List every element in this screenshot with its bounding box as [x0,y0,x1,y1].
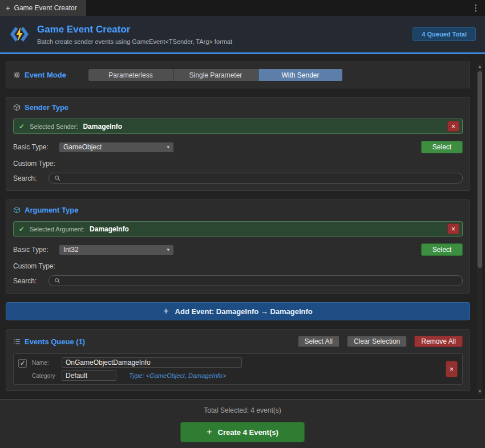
vertical-scrollbar: ▲ ▼ [476,62,484,396]
sender-type-section: Sender Type ✓ Selected Sender: DamageInf… [6,97,470,191]
search-icon [54,278,60,284]
mode-with-sender-button[interactable]: With Sender [258,68,343,82]
sender-basic-type-value: GameObject [63,143,102,151]
argument-custom-type-row: Custom Type: [13,262,463,270]
create-events-label: Create 4 Event(s) [218,428,278,437]
sender-custom-type-row: Custom Type: [13,160,463,168]
chevron-down-icon: ▾ [167,247,169,252]
selected-argument-value: DamageInfo [90,225,129,233]
argument-basic-type-value: Int32 [63,246,79,254]
create-events-button[interactable]: + Create 4 Event(s) [180,422,305,442]
page-title: Game Event Creator [37,24,232,35]
argument-custom-type-label: Custom Type: [13,262,59,270]
selected-argument-label: Selected Argument: [30,226,84,233]
sender-search-label: Search: [13,174,48,182]
mode-parameterless-button[interactable]: Parameterless [88,68,173,82]
event-mode-section: Event Mode Parameterless Single Paramete… [6,62,470,88]
event-type-info: Type: <GameObject, DamageInfo> [129,372,226,379]
sender-search-row: Search: [13,173,463,184]
queue-item-checkbox[interactable]: ✓ [18,359,27,368]
argument-type-title: Argument Type [25,206,78,214]
queue-item-fields: Name: Category Type: <GameObject, Damage… [32,357,440,381]
clear-sender-button[interactable]: × [447,121,459,132]
header: Game Event Creator Batch create sender e… [0,16,485,52]
event-mode-title-row: Event Mode [13,71,66,79]
check-icon: ✓ [19,225,25,233]
tab-plus-icon: + [6,4,10,13]
argument-search-box [48,275,463,286]
name-label: Name: [32,360,57,366]
sender-basic-type-row: Basic Type: GameObject ▾ Select [13,141,463,153]
queue-item: ✓ Name: Category Type: <GameObject, Dama… [13,353,463,385]
event-mode-title: Event Mode [25,71,66,79]
mode-single-parameter-button[interactable]: Single Parameter [173,68,258,82]
footer-bar: Total Selected: 4 event(s) + Create 4 Ev… [0,399,485,448]
queue-item-category-row: Category Type: <GameObject, DamageInfo> [32,370,440,381]
sender-select-button[interactable]: Select [421,141,463,153]
scrollbar-track[interactable] [476,70,483,388]
event-category-input[interactable] [62,370,116,381]
sender-search-input[interactable] [64,174,457,182]
scrollbar-thumb[interactable] [478,71,482,268]
cube-icon [13,206,21,214]
kebab-menu-icon[interactable]: ⋮ [467,0,485,16]
lightning-logo-icon [9,26,30,43]
sender-type-title-row: Sender Type [13,103,463,112]
plus-icon: + [207,427,212,437]
queued-total-badge: 4 Queued Total [413,27,476,41]
events-queue-title-row: Events Queue (1) [13,337,85,346]
chevron-down-icon: ▾ [167,144,169,150]
search-icon [54,175,60,181]
argument-selected-row: ✓ Selected Argument: DamageInfo × [13,221,463,237]
event-name-input[interactable] [62,357,242,368]
argument-search-label: Search: [13,277,48,285]
page-subtitle: Batch create sender events using GameEve… [37,38,232,45]
sender-type-title: Sender Type [25,103,68,112]
argument-type-title-row: Argument Type [13,206,463,214]
total-selected-text: Total Selected: 4 event(s) [0,400,485,414]
add-event-label: Add Event: DamageInfo → DamageInfo [175,307,313,316]
sender-custom-type-label: Custom Type: [13,160,59,168]
argument-select-button[interactable]: Select [421,243,463,256]
scroll-down-icon[interactable]: ▼ [476,388,483,395]
list-icon [13,338,21,345]
selected-sender-value: DamageInfo [83,123,122,131]
add-event-button[interactable]: + Add Event: DamageInfo → DamageInfo [6,302,470,320]
main-content: Event Mode Parameterless Single Paramete… [0,54,485,399]
event-mode-toggle-group: Parameterless Single Parameter With Send… [88,68,343,82]
events-queue-header: Events Queue (1) Select All Clear Select… [13,336,463,347]
remove-all-button[interactable]: Remove All [414,336,463,347]
events-queue-section: Events Queue (1) Select All Clear Select… [6,329,470,391]
plus-icon: + [163,306,168,316]
queue-item-name-row: Name: [32,357,440,368]
argument-search-row: Search: [13,275,463,286]
gear-icon [13,71,21,79]
header-text: Game Event Creator Batch create sender e… [37,24,232,45]
clear-argument-button[interactable]: × [447,223,459,234]
check-icon: ✓ [19,123,25,131]
game-event-creator-window: + Game Event Creator ⋮ Game Event Creato… [0,0,485,448]
events-queue-title: Events Queue (1) [25,337,85,346]
cube-icon [13,104,21,111]
remove-event-button[interactable]: × [446,361,458,377]
sender-basic-type-dropdown[interactable]: GameObject ▾ [59,142,174,153]
sender-selected-row: ✓ Selected Sender: DamageInfo × [13,119,463,134]
clear-selection-button[interactable]: Clear Selection [347,336,407,347]
tab-title: Game Event Creator [14,4,77,12]
select-all-button[interactable]: Select All [298,336,340,347]
argument-basic-type-dropdown[interactable]: Int32 ▾ [59,245,174,255]
tab-bar: + Game Event Creator ⋮ [0,0,485,16]
scroll-up-icon[interactable]: ▲ [476,63,483,70]
sender-search-box [48,173,463,184]
sender-basic-type-label: Basic Type: [13,143,59,151]
tab-game-event-creator[interactable]: + Game Event Creator [0,0,86,16]
category-label: Category [32,373,57,379]
argument-basic-type-label: Basic Type: [13,246,59,254]
argument-search-input[interactable] [64,277,457,285]
argument-basic-type-row: Basic Type: Int32 ▾ Select [13,243,463,256]
selected-sender-label: Selected Sender: [30,123,78,130]
argument-type-section: Argument Type ✓ Selected Argument: Damag… [6,199,470,294]
